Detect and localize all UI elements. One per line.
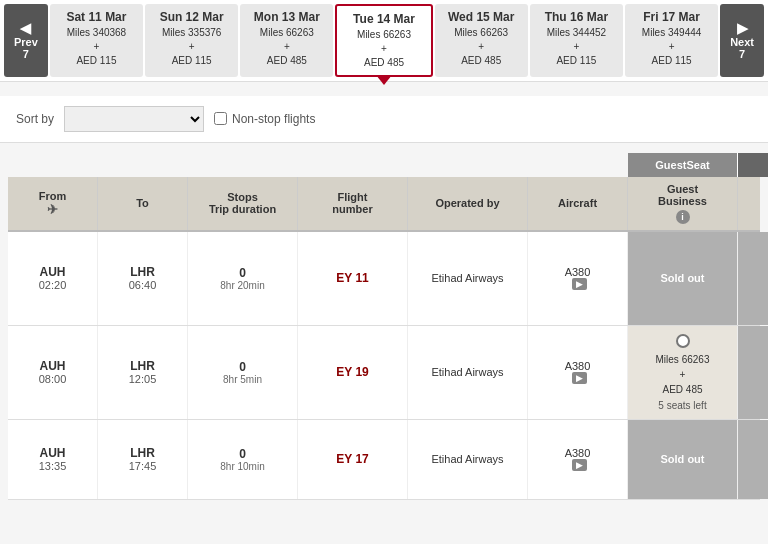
from-time-2: 08:00 <box>39 373 67 385</box>
from-time-1: 02:20 <box>39 279 67 291</box>
from-code-1: AUH <box>40 265 66 279</box>
cell-from-3: AUH 13:35 <box>8 420 98 499</box>
cell-guest-business-1: Sold out <box>628 232 738 325</box>
sort-select[interactable] <box>64 106 204 132</box>
next-number: 7 <box>739 48 745 60</box>
cell-flight-1: EY 11 <box>298 232 408 325</box>
date-wed15[interactable]: Wed 15 Mar Miles 66263 +AED 485 <box>435 4 528 77</box>
col-flight: Flightnumber <box>298 177 408 230</box>
from-time-3: 13:35 <box>39 460 67 472</box>
miles-sun12: Miles 335376 <box>149 26 234 40</box>
aircraft-detail-icon-3[interactable]: ▶ <box>572 459 587 471</box>
plane-icon: ✈ <box>47 202 58 217</box>
date-label-tue14: Tue 14 Mar <box>341 11 426 28</box>
col-business-classic: BusinessClassic i <box>738 177 768 230</box>
to-code-3: LHR <box>130 446 155 460</box>
section-header-spacer <box>8 153 628 177</box>
miles-tue14: Miles 66263 <box>341 28 426 42</box>
guest-seats-2: 5 seats left <box>658 400 706 411</box>
table-row: AUH 13:35 LHR 17:45 0 8hr 10min EY 17 Et… <box>8 420 760 500</box>
flights-table: GuestSeat OpenSeat From ✈ To StopsTrip d… <box>8 153 760 500</box>
date-sat11[interactable]: Sat 11 Mar Miles 340368 +AED 115 <box>50 4 143 77</box>
date-label-sat11: Sat 11 Mar <box>54 9 139 26</box>
cell-business-classic-1: Sold out <box>738 232 768 325</box>
miles-thu16: Miles 344452 <box>534 26 619 40</box>
filter-bar: Sort by Non-stop flights <box>0 96 768 143</box>
date-label-mon13: Mon 13 Mar <box>244 9 329 26</box>
aircraft-detail-icon-1[interactable]: ▶ <box>572 278 587 290</box>
miles-mon13: Miles 66263 <box>244 26 329 40</box>
aed-sat11: +AED 115 <box>54 40 139 68</box>
cell-to-3: LHR 17:45 <box>98 420 188 499</box>
aed-mon13: +AED 485 <box>244 40 329 68</box>
aircraft-detail-icon-2[interactable]: ▶ <box>572 372 587 384</box>
date-fri17[interactable]: Fri 17 Mar Miles 349444 +AED 115 <box>625 4 718 77</box>
date-tue14[interactable]: Tue 14 Mar Miles 66263 +AED 485 <box>335 4 432 77</box>
cell-operator-2: Etihad Airways <box>408 326 528 419</box>
cell-to-1: LHR 06:40 <box>98 232 188 325</box>
next-label: Next <box>730 36 754 48</box>
date-label-thu16: Thu 16 Mar <box>534 9 619 26</box>
from-code-3: AUH <box>40 446 66 460</box>
col-from: From ✈ <box>8 177 98 230</box>
guest-business-info-icon[interactable]: i <box>676 210 690 224</box>
nonstop-filter: Non-stop flights <box>214 112 315 126</box>
cell-business-classic-3: Sold out <box>738 420 768 499</box>
prev-label: Prev <box>14 36 38 48</box>
open-seat-header: OpenSeat <box>738 153 768 177</box>
radio-guest-2[interactable] <box>676 334 690 348</box>
to-code-1: LHR <box>130 265 155 279</box>
prev-button[interactable]: ◀ Prev 7 <box>4 4 48 77</box>
cell-from-1: AUH 02:20 <box>8 232 98 325</box>
cell-flight-2: EY 19 <box>298 326 408 419</box>
date-label-sun12: Sun 12 Mar <box>149 9 234 26</box>
aed-sun12: +AED 115 <box>149 40 234 68</box>
col-operated: Operated by <box>408 177 528 230</box>
from-code-2: AUH <box>40 359 66 373</box>
cell-guest-business-3: Sold out <box>628 420 738 499</box>
section-header-row: GuestSeat OpenSeat <box>8 153 760 177</box>
sort-label: Sort by <box>16 112 54 126</box>
to-time-3: 17:45 <box>129 460 157 472</box>
to-time-2: 12:05 <box>129 373 157 385</box>
cell-operator-1: Etihad Airways <box>408 232 528 325</box>
cell-stops-3: 0 8hr 10min <box>188 420 298 499</box>
cell-stops-1: 0 8hr 20min <box>188 232 298 325</box>
col-to: To <box>98 177 188 230</box>
aed-thu16: +AED 115 <box>534 40 619 68</box>
cell-guest-business-2[interactable]: Miles 66263 + AED 485 5 seats left <box>628 326 738 419</box>
to-time-1: 06:40 <box>129 279 157 291</box>
cell-aircraft-3: A380 ▶ <box>528 420 628 499</box>
nonstop-checkbox[interactable] <box>214 112 227 125</box>
miles-wed15: Miles 66263 <box>439 26 524 40</box>
nonstop-label: Non-stop flights <box>232 112 315 126</box>
cell-aircraft-2: A380 ▶ <box>528 326 628 419</box>
guest-miles-2: Miles 66263 <box>656 352 710 367</box>
date-mon13[interactable]: Mon 13 Mar Miles 66263 +AED 485 <box>240 4 333 77</box>
cell-operator-3: Etihad Airways <box>408 420 528 499</box>
date-navigation: ◀ Prev 7 Sat 11 Mar Miles 340368 +AED 11… <box>0 0 768 82</box>
cell-flight-3: EY 17 <box>298 420 408 499</box>
table-row: AUH 08:00 LHR 12:05 0 8hr 5min EY 19 Eti… <box>8 326 760 420</box>
cell-aircraft-1: A380 ▶ <box>528 232 628 325</box>
column-label-row: From ✈ To StopsTrip duration Flightnumbe… <box>8 177 760 232</box>
prev-number: 7 <box>23 48 29 60</box>
col-guest-business: GuestBusiness i <box>628 177 738 230</box>
col-stops: StopsTrip duration <box>188 177 298 230</box>
date-label-fri17: Fri 17 Mar <box>629 9 714 26</box>
date-label-wed15: Wed 15 Mar <box>439 9 524 26</box>
aed-fri17: +AED 115 <box>629 40 714 68</box>
date-sun12[interactable]: Sun 12 Mar Miles 335376 +AED 115 <box>145 4 238 77</box>
col-aircraft: Aircraft <box>528 177 628 230</box>
miles-fri17: Miles 349444 <box>629 26 714 40</box>
miles-sat11: Miles 340368 <box>54 26 139 40</box>
aed-tue14: +AED 485 <box>341 42 426 70</box>
guest-seat-header: GuestSeat <box>628 153 738 177</box>
cell-to-2: LHR 12:05 <box>98 326 188 419</box>
cell-from-2: AUH 08:00 <box>8 326 98 419</box>
date-thu16[interactable]: Thu 16 Mar Miles 344452 +AED 115 <box>530 4 623 77</box>
guest-aed-2: AED 485 <box>662 382 702 397</box>
cell-business-classic-2: Sold out <box>738 326 768 419</box>
next-button[interactable]: ▶ Next 7 <box>720 4 764 77</box>
to-code-2: LHR <box>130 359 155 373</box>
